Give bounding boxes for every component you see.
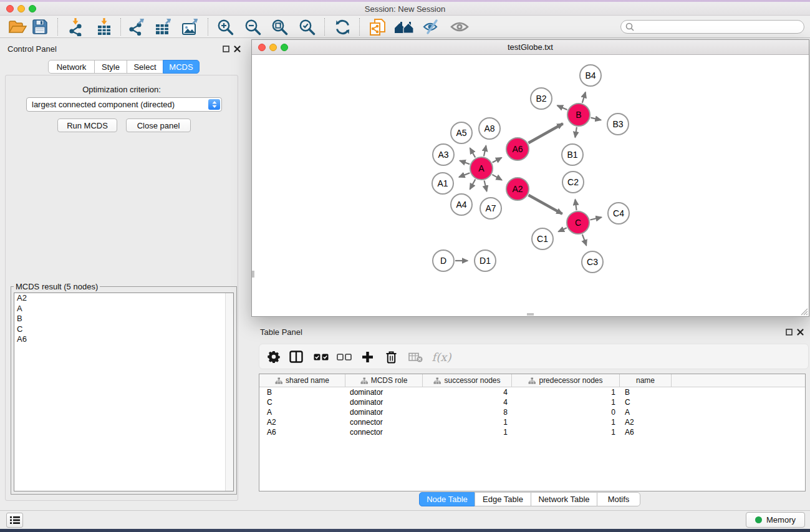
show-graphics-details-button[interactable]: [450, 17, 470, 36]
graph-node-B[interactable]: B: [567, 103, 591, 127]
resize-grip-icon[interactable]: [800, 307, 808, 316]
table-row[interactable]: Bdominator41B: [259, 387, 805, 397]
graph-node-A2[interactable]: A2: [506, 177, 529, 201]
graph-node-B1[interactable]: B1: [561, 143, 584, 166]
graph-node-C[interactable]: C: [566, 211, 590, 235]
table-row[interactable]: A2connector11A2: [259, 417, 805, 427]
delete-table-button[interactable]: [407, 347, 424, 366]
tab-style[interactable]: Style: [94, 60, 127, 74]
hide-graphics-details-button[interactable]: [422, 17, 441, 36]
open-session-button[interactable]: [7, 17, 27, 36]
graph-node-A3[interactable]: A3: [432, 143, 455, 166]
apply-layout-home-button[interactable]: [393, 17, 415, 36]
delete-columns-button[interactable]: [383, 347, 398, 366]
graph-node-D1[interactable]: D1: [474, 249, 496, 272]
graph-node-D[interactable]: D: [432, 249, 455, 272]
vertical-scroll-indicator[interactable]: [252, 271, 254, 278]
graph-edge-C-C4[interactable]: [590, 217, 601, 220]
table-options-button[interactable]: [266, 347, 281, 366]
new-network-from-file-button[interactable]: [368, 17, 387, 36]
tab-motifs[interactable]: Motifs: [597, 492, 640, 506]
mcds-result-item[interactable]: A: [14, 304, 233, 314]
graph-edge-C-C1[interactable]: [558, 228, 566, 231]
tab-edge-table[interactable]: Edge Table: [475, 492, 531, 506]
run-mcds-button[interactable]: Run MCDS: [57, 118, 117, 132]
graph-node-A[interactable]: A: [470, 157, 493, 180]
table-panel-float-button[interactable]: [785, 328, 793, 336]
tab-network[interactable]: Network: [48, 60, 95, 74]
graph-edge-B-B4[interactable]: [582, 92, 586, 103]
import-network-button[interactable]: [66, 17, 85, 36]
control-panel-float-button[interactable]: [222, 45, 230, 53]
export-table-button[interactable]: [154, 17, 173, 36]
graph-edge-A6-B[interactable]: [528, 123, 562, 143]
mcds-result-item[interactable]: A2: [14, 293, 233, 304]
mcds-result-item[interactable]: C: [14, 324, 233, 335]
control-panel-close-button[interactable]: [233, 45, 241, 53]
show-task-history-button[interactable]: [6, 513, 23, 528]
column-header-predecessor-nodes[interactable]: predecessor nodes: [512, 374, 620, 387]
mcds-result-item[interactable]: A6: [14, 334, 233, 345]
network-canvas[interactable]: AA1A2A3A4A5A6A7A8BB1B2B3B4CC1C2C3C4DD1: [252, 56, 809, 316]
graph-node-C3[interactable]: C3: [581, 251, 604, 273]
graph-node-C2[interactable]: C2: [562, 171, 584, 193]
graph-node-A8[interactable]: A8: [478, 117, 501, 140]
refresh-view-button[interactable]: [333, 17, 352, 36]
graph-edge-B-B2[interactable]: [557, 105, 567, 110]
import-table-button[interactable]: [95, 17, 113, 36]
graph-edge-A-A8[interactable]: [484, 145, 486, 156]
graph-node-B2[interactable]: B2: [530, 87, 552, 110]
graph-node-C4[interactable]: C4: [607, 202, 630, 225]
column-header-successor-nodes[interactable]: successor nodes: [423, 374, 512, 387]
zoom-selected-button[interactable]: [297, 17, 316, 36]
zoom-in-button[interactable]: [216, 17, 234, 36]
table-row[interactable]: A6connector11A6: [259, 427, 805, 437]
graph-node-A5[interactable]: A5: [450, 122, 473, 144]
graph-edge-A-A1[interactable]: [459, 173, 470, 177]
graph-node-A7[interactable]: A7: [480, 197, 502, 220]
table-row[interactable]: Adominator80A: [259, 407, 805, 417]
graph-edge-A-A6[interactable]: [493, 158, 502, 163]
horizontal-scroll-indicator[interactable]: [527, 313, 534, 316]
graph-edge-A2-C[interactable]: [528, 195, 562, 214]
graph-edge-C-C2[interactable]: [575, 200, 576, 210]
column-header-mcds-role[interactable]: MCDS role: [345, 374, 423, 387]
zoom-fit-button[interactable]: [270, 17, 289, 36]
graph-edge-B-B3[interactable]: [591, 118, 600, 120]
tab-select[interactable]: Select: [127, 60, 163, 74]
tab-node-table[interactable]: Node Table: [419, 492, 475, 506]
graph-node-B4[interactable]: B4: [579, 64, 602, 87]
mcds-result-scrollbar[interactable]: [225, 293, 233, 491]
column-header-shared-name[interactable]: shared name: [259, 374, 345, 387]
select-all-columns-button[interactable]: [313, 347, 329, 366]
graph-node-C1[interactable]: C1: [531, 228, 554, 250]
memory-button[interactable]: Memory: [746, 512, 805, 528]
create-column-button[interactable]: [360, 347, 375, 366]
tab-mcds[interactable]: MCDS: [163, 60, 200, 74]
graph-edge-B-B1[interactable]: [575, 127, 577, 138]
graph-edge-A-A3[interactable]: [460, 160, 470, 164]
graph-edge-A-A4[interactable]: [470, 180, 476, 190]
show-columns-button[interactable]: [288, 347, 304, 366]
graph-node-B3[interactable]: B3: [607, 113, 629, 135]
close-panel-button[interactable]: Close panel: [126, 118, 191, 132]
toolbar-search[interactable]: [620, 20, 804, 34]
save-session-button[interactable]: [31, 17, 49, 36]
export-image-button[interactable]: [181, 17, 200, 36]
table-panel-close-button[interactable]: [796, 328, 804, 336]
function-builder-button[interactable]: f(x): [430, 347, 453, 366]
graph-edge-A-A7[interactable]: [485, 180, 487, 191]
graph-edge-A-A2[interactable]: [492, 175, 501, 180]
criterion-select[interactable]: largest connected component (directed): [26, 97, 222, 112]
table-row[interactable]: Cdominator41C: [259, 397, 805, 407]
graph-edge-A-A5[interactable]: [470, 148, 476, 157]
search-input[interactable]: [637, 21, 804, 32]
tab-network-table[interactable]: Network Table: [531, 492, 597, 506]
graph-node-A6[interactable]: A6: [506, 137, 529, 161]
graph-node-A1[interactable]: A1: [432, 172, 454, 195]
export-network-button[interactable]: [127, 17, 146, 36]
deselect-all-columns-button[interactable]: [336, 347, 352, 366]
graph-node-A4[interactable]: A4: [450, 193, 473, 216]
zoom-out-button[interactable]: [243, 17, 262, 36]
column-header-name[interactable]: name: [620, 374, 672, 387]
